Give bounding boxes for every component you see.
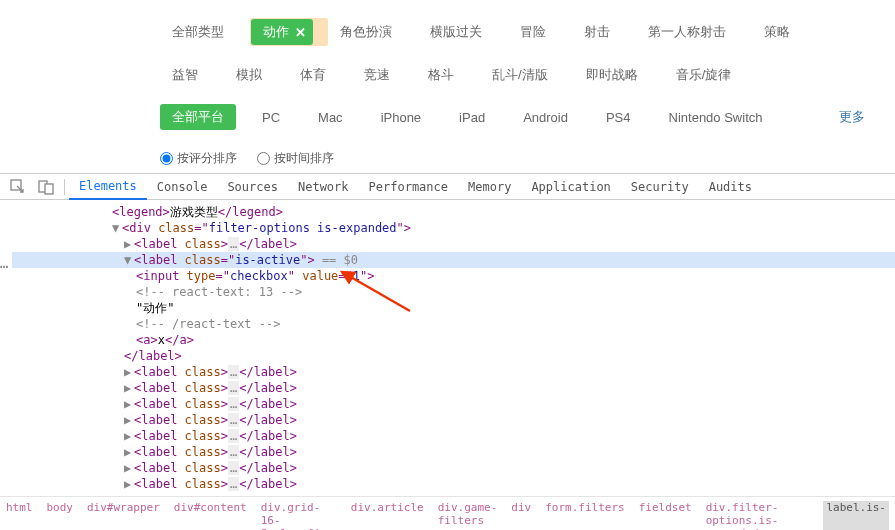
filter-shooter[interactable]: 射击: [572, 19, 622, 45]
filter-android[interactable]: Android: [511, 106, 580, 129]
inspect-highlight: 动作 ✕: [250, 18, 328, 46]
svg-rect-2: [45, 184, 53, 194]
filter-all-platforms[interactable]: 全部平台: [160, 104, 236, 130]
filter-iphone[interactable]: iPhone: [369, 106, 433, 129]
sort-row: 按评分排序 按时间排序: [0, 138, 895, 173]
tab-performance[interactable]: Performance: [359, 175, 458, 199]
bc-item[interactable]: fieldset: [639, 501, 692, 530]
filter-sports[interactable]: 体育: [288, 62, 338, 88]
overflow-icon[interactable]: ⋯: [0, 258, 9, 274]
filter-label: 动作: [263, 23, 289, 41]
dom-line[interactable]: <legend>游戏类型</legend>: [12, 204, 895, 220]
tab-memory[interactable]: Memory: [458, 175, 521, 199]
devtools-panel: Elements Console Sources Network Perform…: [0, 173, 895, 530]
dom-line[interactable]: ▶<label class>…</label>: [12, 428, 895, 444]
dom-line[interactable]: "动作": [12, 300, 895, 316]
dom-breadcrumb[interactable]: html body div#wrapper div#content div.gr…: [0, 496, 895, 530]
dom-line-selected[interactable]: ▼<label class="is-active"> == $0: [12, 252, 895, 268]
tab-sources[interactable]: Sources: [217, 175, 288, 199]
bc-item[interactable]: div.article: [351, 501, 424, 530]
close-icon[interactable]: ✕: [295, 25, 306, 40]
bc-item[interactable]: div#content: [174, 501, 247, 530]
bc-item[interactable]: div#wrapper: [87, 501, 160, 530]
bc-item[interactable]: div: [511, 501, 531, 530]
tab-elements[interactable]: Elements: [69, 174, 147, 200]
dom-line[interactable]: ▶<label class>…</label>: [12, 444, 895, 460]
filter-mac[interactable]: Mac: [306, 106, 355, 129]
filter-racing[interactable]: 竞速: [352, 62, 402, 88]
sort-time-radio[interactable]: [257, 152, 270, 165]
bc-item[interactable]: div.grid-16-8.clearfix: [261, 501, 337, 530]
filter-row-type: 全部类型 动作 ✕ 角色扮演 横版过关 冒险 射击 第一人称射击 策略: [0, 10, 895, 54]
filter-action-active[interactable]: 动作 ✕: [251, 19, 313, 45]
tab-audits[interactable]: Audits: [699, 175, 762, 199]
more-link[interactable]: 更多: [839, 108, 865, 126]
filter-puzzle[interactable]: 益智: [160, 62, 210, 88]
sort-rating-radio[interactable]: [160, 152, 173, 165]
sort-by-rating[interactable]: 按评分排序: [160, 150, 237, 167]
bc-item[interactable]: div.game-filters: [438, 501, 498, 530]
filter-row-platform: 全部平台 PC Mac iPhone iPad Android PS4 Nint…: [0, 96, 895, 138]
page-content: 全部类型 动作 ✕ 角色扮演 横版过关 冒险 射击 第一人称射击 策略 益智 模…: [0, 0, 895, 173]
dom-line[interactable]: ▶<label class>…</label>: [12, 380, 895, 396]
filter-strategy[interactable]: 策略: [752, 19, 802, 45]
dom-line[interactable]: ▶<label class>…</label>: [12, 396, 895, 412]
filter-rpg[interactable]: 角色扮演: [328, 19, 404, 45]
inspect-icon[interactable]: [10, 179, 26, 195]
dom-line[interactable]: ▶<label class>…</label>: [12, 476, 895, 492]
tab-console[interactable]: Console: [147, 175, 218, 199]
filter-ps4[interactable]: PS4: [594, 106, 643, 129]
tab-application[interactable]: Application: [521, 175, 620, 199]
dom-line[interactable]: <!-- react-text: 13 -->: [12, 284, 895, 300]
dom-tree[interactable]: ⋯ <legend>游戏类型</legend> ▼<div class="fil…: [0, 200, 895, 496]
dom-line[interactable]: ▶<label class>…</label>: [12, 364, 895, 380]
tab-network[interactable]: Network: [288, 175, 359, 199]
dom-line[interactable]: <!-- /react-text -->: [12, 316, 895, 332]
device-icon[interactable]: [38, 179, 54, 195]
dom-line[interactable]: <a>x</a>: [12, 332, 895, 348]
filter-rts[interactable]: 即时战略: [574, 62, 650, 88]
dom-line[interactable]: ▼<div class="filter-options is-expanded"…: [12, 220, 895, 236]
filter-fighting[interactable]: 格斗: [416, 62, 466, 88]
divider: [64, 179, 65, 195]
filter-platformer[interactable]: 横版过关: [418, 19, 494, 45]
bc-item[interactable]: div.filter-options.is-expanded: [706, 501, 810, 530]
dom-line[interactable]: ▶<label class>…</label>: [12, 460, 895, 476]
sort-time-label: 按时间排序: [274, 150, 334, 167]
filter-ipad[interactable]: iPad: [447, 106, 497, 129]
filter-pc[interactable]: PC: [250, 106, 292, 129]
devtools-tabs: Elements Console Sources Network Perform…: [0, 174, 895, 200]
filter-row-type2: 益智 模拟 体育 竞速 格斗 乱斗/清版 即时战略 音乐/旋律: [0, 54, 895, 96]
bc-item[interactable]: form.filters: [545, 501, 624, 530]
dom-line[interactable]: <input type="checkbox" value="1">: [12, 268, 895, 284]
filter-fps[interactable]: 第一人称射击: [636, 19, 738, 45]
dom-line[interactable]: ▶<label class>…</label>: [12, 236, 895, 252]
bc-item[interactable]: body: [47, 501, 74, 530]
filter-adventure[interactable]: 冒险: [508, 19, 558, 45]
bc-item-active[interactable]: label.is-: [823, 501, 889, 530]
filter-sim[interactable]: 模拟: [224, 62, 274, 88]
filter-switch[interactable]: Nintendo Switch: [657, 106, 775, 129]
filter-brawler[interactable]: 乱斗/清版: [480, 62, 560, 88]
dom-line[interactable]: ▶<label class>…</label>: [12, 412, 895, 428]
sort-rating-label: 按评分排序: [177, 150, 237, 167]
sort-by-time[interactable]: 按时间排序: [257, 150, 334, 167]
filter-all-types[interactable]: 全部类型: [160, 19, 236, 45]
bc-item[interactable]: html: [6, 501, 33, 530]
filter-music[interactable]: 音乐/旋律: [664, 62, 744, 88]
dom-line[interactable]: </label>: [12, 348, 895, 364]
tab-security[interactable]: Security: [621, 175, 699, 199]
